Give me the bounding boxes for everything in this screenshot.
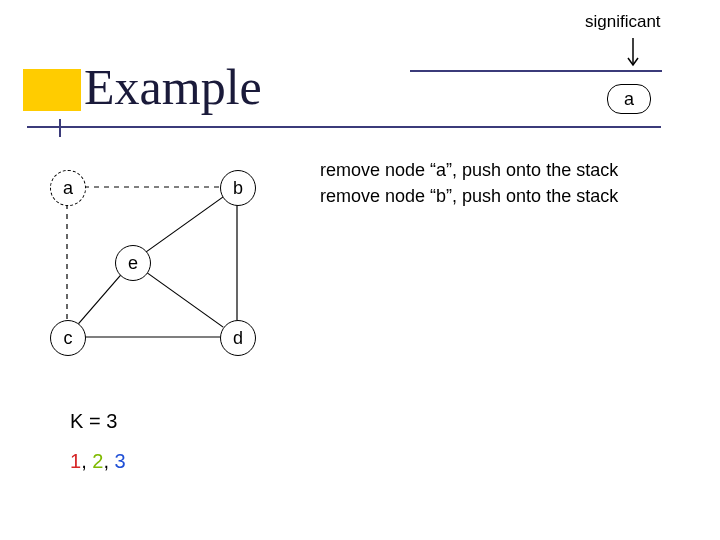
node-label: d [233,328,243,349]
arrow-down-icon [626,38,640,70]
color-1: 1 [70,450,81,472]
step-text-1: remove node “a”, push onto the stack [320,160,618,181]
k-label: K = 3 [70,410,117,433]
color-legend: 1, 2, 3 [70,450,126,473]
edge-b-e [146,197,223,252]
slide-title: Example [84,58,262,116]
annotation-label: significant [585,12,661,32]
stack-node-indicator: a [607,84,651,114]
sep: , [103,450,114,472]
stack-node-label: a [624,89,634,110]
sep: , [81,450,92,472]
node-label: a [63,178,73,199]
edge-c-e [78,275,121,324]
color-3: 3 [115,450,126,472]
node-label: c [64,328,73,349]
node-label: e [128,253,138,274]
rule-tick [59,119,61,137]
edge-e-d [146,272,223,327]
rule-right [410,70,662,72]
color-2: 2 [92,450,103,472]
title-accent [23,69,81,111]
step-text-2: remove node “b”, push onto the stack [320,186,618,207]
graph-node-e: e [115,245,151,281]
graph-node-b: b [220,170,256,206]
graph-node-c: c [50,320,86,356]
slide: significant Example a remove node “a”, p… [0,0,720,540]
rule-underline [27,126,661,128]
graph-node-d: d [220,320,256,356]
graph: a b e c d [50,170,270,370]
node-label: b [233,178,243,199]
graph-node-a: a [50,170,86,206]
